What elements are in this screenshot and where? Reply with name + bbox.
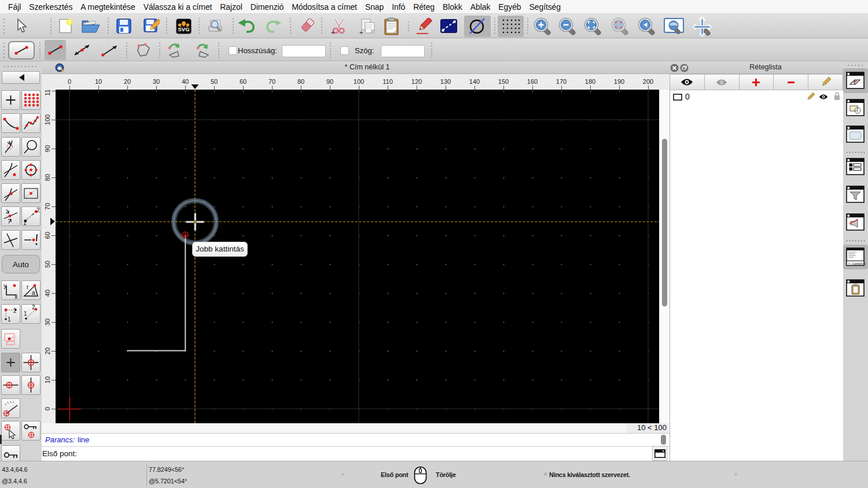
svg-text:0: 0 (68, 78, 71, 85)
svg-text:140: 140 (469, 78, 480, 85)
svg-text:20: 20 (44, 347, 51, 354)
svg-text:r: r (27, 284, 29, 290)
svg-text:50: 50 (44, 261, 51, 268)
svg-text:20: 20 (124, 78, 131, 85)
svg-text:80: 80 (297, 78, 304, 85)
svg-text:110: 110 (382, 78, 393, 85)
svg-text:160: 160 (527, 78, 538, 85)
svg-text:100: 100 (44, 114, 51, 125)
svg-text:x: x (14, 293, 18, 300)
svg-text:90: 90 (44, 145, 51, 152)
svg-text:10: 10 (44, 376, 51, 383)
svg-text:30: 30 (153, 78, 160, 85)
svg-text:60: 60 (44, 232, 51, 239)
svg-text:2: 2 (36, 207, 40, 213)
svg-text:120: 120 (411, 78, 422, 85)
svg-text:40: 40 (44, 290, 51, 297)
svg-text:1: 1 (23, 220, 27, 225)
svg-text:0: 0 (44, 407, 51, 411)
svg-text:2: 2 (13, 308, 17, 314)
svg-text:130: 130 (440, 78, 451, 85)
svg-text:1: 1 (24, 310, 27, 317)
svg-text:180: 180 (585, 78, 595, 85)
svg-text:190: 190 (614, 78, 624, 85)
svg-text:+: + (331, 29, 334, 35)
svg-text:30: 30 (44, 319, 51, 326)
svg-text:2: 2 (32, 305, 35, 310)
svg-text:100: 100 (354, 78, 364, 85)
svg-text:> command: > command (848, 262, 866, 266)
svg-text:80: 80 (44, 174, 51, 181)
svg-text:60: 60 (240, 78, 247, 85)
svg-text:110: 110 (44, 90, 51, 96)
svg-text:y: y (3, 282, 7, 289)
svg-text:40: 40 (182, 78, 189, 85)
svg-text:200: 200 (643, 78, 653, 85)
svg-text:170: 170 (556, 78, 567, 85)
svg-text:10: 10 (95, 78, 102, 85)
svg-text:90: 90 (326, 78, 333, 85)
svg-text:70: 70 (44, 203, 51, 210)
svg-text:150: 150 (498, 78, 509, 85)
svg-text:a: a (32, 290, 35, 296)
svg-text:50: 50 (211, 78, 218, 85)
svg-text:70: 70 (269, 78, 275, 85)
svg-text:SVG: SVG (178, 26, 189, 32)
svg-text:1: 1 (8, 316, 11, 323)
svg-text:+: + (359, 29, 363, 35)
